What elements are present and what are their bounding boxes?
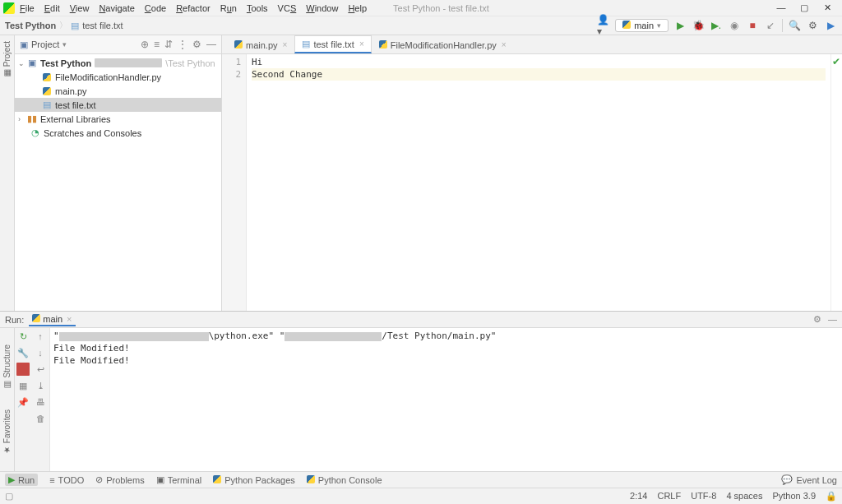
toolwindow-problems[interactable]: ⊘Problems (95, 474, 144, 485)
tree-external-libs[interactable]: › ▮▮ External Libraries (15, 112, 221, 126)
status-tool-window-icon[interactable]: ▢ (5, 491, 13, 502)
tree-root[interactable]: ⌄ ▣ Test Python \Test Python (15, 56, 221, 70)
menu-navigate[interactable]: Navigate (99, 3, 134, 13)
text-file-icon: ▤ (71, 21, 79, 31)
clear-icon[interactable]: 🗑 (34, 412, 47, 425)
run-coverage-icon[interactable]: ▶. (710, 19, 723, 32)
menu-code[interactable]: Code (145, 3, 166, 13)
tool-tab-favorites[interactable]: ★Favorites (2, 409, 12, 455)
expand-all-icon[interactable]: ≡ (154, 39, 160, 50)
editor-tab[interactable]: FileModificationHandler.py × (372, 35, 514, 53)
hide-tool-icon[interactable]: — (206, 39, 216, 50)
status-line-separator[interactable]: CRLF (657, 491, 681, 502)
inspection-ok-icon[interactable]: ✔ (832, 56, 840, 67)
run-button-icon[interactable]: ▶ (673, 19, 687, 32)
debug-button-icon[interactable]: 🐞 (692, 19, 705, 32)
tool-tab-project[interactable]: ▦Project (2, 38, 12, 81)
toolwindow-python-packages[interactable]: Python Packages (213, 475, 295, 485)
breadcrumb-separator-icon: 〉 (59, 20, 67, 31)
select-opened-file-icon[interactable]: ⊕ (141, 39, 149, 50)
menu-help[interactable]: Help (348, 3, 367, 13)
tree-external-label: External Libraries (40, 114, 111, 124)
menu-edit[interactable]: Edit (44, 3, 60, 13)
code-editor[interactable]: Hi Second Change (247, 54, 830, 311)
gear-icon[interactable]: ⚙ (192, 39, 201, 50)
menu-tools[interactable]: Tools (247, 3, 268, 13)
tree-expand-icon[interactable]: ⌄ (18, 59, 26, 67)
scroll-end-icon[interactable]: ⤓ (34, 379, 47, 392)
run-console[interactable]: "\python.exe" "/Test Python/main.py" Fil… (49, 328, 842, 471)
app-logo (3, 2, 15, 14)
add-config-icon[interactable]: 👤▾ (597, 19, 610, 32)
down-stack-icon[interactable]: ↓ (34, 346, 47, 359)
run-settings-icon[interactable]: 🔧 (16, 346, 30, 359)
breadcrumb-project[interactable]: Test Python (5, 21, 56, 30)
window-minimize-icon[interactable]: — (776, 2, 786, 13)
toolwindow-todo[interactable]: ≡TODO (49, 475, 84, 485)
rerun-icon[interactable]: ↻ (16, 330, 30, 343)
menu-window[interactable]: Window (306, 3, 338, 13)
vcs-update-icon[interactable]: ↙ (764, 19, 777, 32)
editor-tab-active[interactable]: ▤ test file.txt × (294, 35, 371, 53)
stop-button-icon[interactable]: ■ (746, 19, 759, 32)
collapse-all-icon[interactable]: ⇵ (164, 39, 173, 50)
tree-file-selected[interactable]: ▤ test file.txt (15, 98, 221, 112)
close-tab-icon[interactable]: × (502, 40, 507, 49)
run-tool-icon: ▶ (8, 474, 15, 485)
menu-vcs[interactable]: VCS (278, 3, 297, 13)
show-options-icon[interactable]: ⋮ (178, 39, 187, 50)
status-lock-icon[interactable]: 🔒 (826, 491, 837, 502)
problems-icon: ⊘ (95, 474, 103, 485)
python-icon (622, 21, 631, 30)
run-tab[interactable]: main × (29, 313, 75, 326)
tree-file[interactable]: main.py (15, 84, 221, 98)
close-tab-icon[interactable]: × (359, 39, 364, 49)
menu-view[interactable]: View (70, 3, 90, 13)
status-caret-position[interactable]: 2:14 (630, 491, 647, 502)
menu-refactor[interactable]: Refactor (176, 3, 210, 13)
up-stack-icon[interactable]: ↑ (34, 330, 47, 343)
python-icon (307, 475, 315, 485)
gear-icon[interactable]: ⚙ (813, 314, 821, 325)
pin-icon[interactable]: 📌 (16, 395, 30, 409)
search-icon[interactable]: 🔍 (788, 19, 801, 32)
run-config-selector[interactable]: main ▾ (615, 19, 669, 32)
hide-tool-icon[interactable]: — (828, 314, 837, 325)
menu-run[interactable]: Run (220, 3, 237, 13)
editor-gutter: 12 (222, 54, 247, 311)
toolwindow-python-console[interactable]: Python Console (307, 475, 382, 485)
favorites-tool-icon: ★ (2, 446, 12, 455)
layout-icon[interactable]: ▦ (16, 379, 30, 392)
terminal-icon: ▣ (156, 474, 164, 485)
status-encoding[interactable]: UTF-8 (691, 491, 716, 502)
menu-file[interactable]: File (20, 3, 35, 13)
toolwindow-run[interactable]: ▶Run (5, 474, 38, 486)
editor-error-stripe[interactable]: ✔ (830, 54, 842, 311)
tree-file[interactable]: FileModificationHandler.py (15, 70, 221, 84)
project-view-selector[interactable]: ▣ Project ▾ (20, 39, 67, 50)
profile-icon[interactable]: ◉ (728, 19, 741, 32)
console-line: "\python.exe" "/Test Python/main.py" (53, 330, 839, 342)
toolwindow-event-log[interactable]: Event Log (796, 475, 837, 485)
project-tree[interactable]: ⌄ ▣ Test Python \Test Python FileModific… (15, 54, 221, 311)
window-close-icon[interactable]: ✕ (822, 2, 832, 13)
status-indent[interactable]: 4 spaces (726, 491, 762, 502)
soft-wrap-icon[interactable]: ↩ (34, 363, 47, 376)
separator (782, 19, 783, 32)
close-tab-icon[interactable]: × (283, 40, 288, 49)
close-tab-icon[interactable]: × (67, 314, 72, 324)
settings-icon[interactable]: ⚙ (806, 19, 819, 32)
print-icon[interactable]: 🖶 (34, 395, 47, 409)
python-icon (32, 314, 40, 324)
run-anything-icon[interactable]: ▶ (824, 19, 837, 32)
window-maximize-icon[interactable]: ▢ (799, 2, 809, 13)
tree-expand-icon[interactable]: › (18, 115, 26, 123)
tree-scratches[interactable]: ◔ Scratches and Consoles (15, 126, 221, 140)
window-title: Test Python - test file.txt (393, 3, 489, 13)
breadcrumb-file[interactable]: ▤ test file.txt (71, 21, 123, 31)
editor-tab[interactable]: main.py × (227, 35, 294, 53)
toolwindow-terminal[interactable]: ▣Terminal (156, 474, 202, 485)
status-interpreter[interactable]: Python 3.9 (772, 491, 816, 502)
tool-tab-structure[interactable]: ▤Structure (2, 344, 12, 390)
stop-icon[interactable] (16, 363, 30, 376)
